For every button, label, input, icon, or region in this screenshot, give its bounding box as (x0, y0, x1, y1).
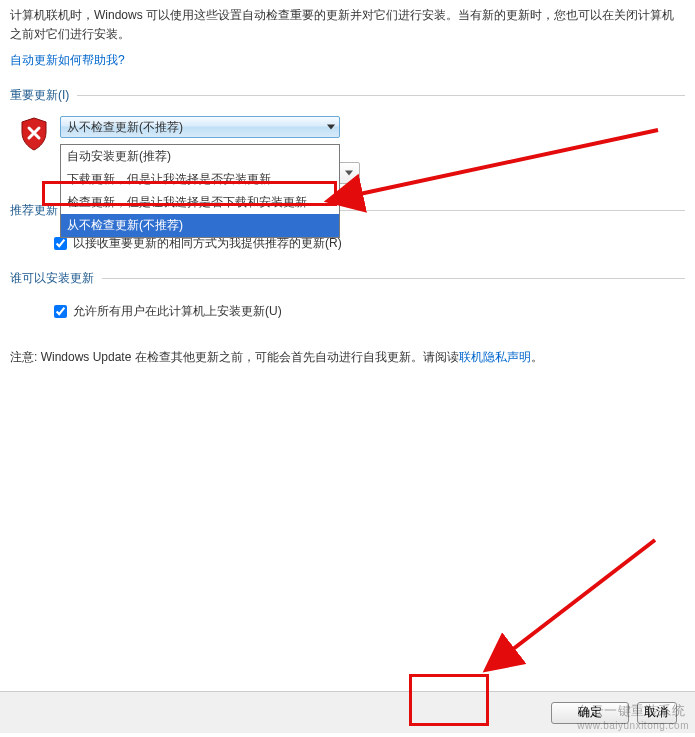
allow-users-checkbox-label: 允许所有用户在此计算机上安装更新(U) (73, 303, 282, 320)
dropdown-option[interactable]: 自动安装更新(推荐) (61, 145, 339, 168)
watermark: 白云一键重装系统 www.baiyunxitong.com (577, 702, 689, 731)
dropdown-option[interactable]: 下载更新，但是让我选择是否安装更新 (61, 168, 339, 191)
svg-line-1 (508, 540, 655, 653)
intro-paragraph: 计算机联机时，Windows 可以使用这些设置自动检查重要的更新并对它们进行安装… (10, 6, 685, 44)
important-legend: 重要更新(I) (10, 87, 77, 104)
recommended-checkbox[interactable] (54, 237, 67, 250)
allow-users-checkbox[interactable] (54, 305, 67, 318)
important-updates-group: 重要更新(I) 从不检查更新(不推荐) 自动安装更新(推荐) 下载更新，但是让我… (10, 87, 685, 184)
note-text: 注意: Windows Update 在检查其他更新之前，可能会首先自动进行自我… (10, 348, 685, 366)
privacy-link[interactable]: 联机隐私声明 (459, 350, 531, 364)
watermark-url: www.baiyunxitong.com (577, 720, 689, 731)
shield-icon (18, 116, 50, 152)
who-can-install-group: 谁可以安装更新 允许所有用户在此计算机上安装更新(U) (10, 270, 685, 320)
important-updates-combo[interactable]: 从不检查更新(不推荐) (60, 116, 340, 138)
note-suffix: 。 (531, 350, 543, 364)
note-prefix: 注意: Windows Update 在检查其他更新之前，可能会首先自动进行自我… (10, 350, 459, 364)
dropdown-option-selected[interactable]: 从不检查更新(不推荐) (61, 214, 339, 237)
who-legend: 谁可以安装更新 (10, 270, 102, 287)
help-link[interactable]: 自动更新如何帮助我? (10, 53, 125, 67)
combo-selected-text: 从不检查更新(不推荐) (67, 119, 183, 136)
watermark-title: 白云一键重装系统 (577, 703, 685, 718)
dropdown-option[interactable]: 检查更新，但是让我选择是否下载和安装更新 (61, 191, 339, 214)
chevron-down-icon (327, 125, 335, 130)
important-updates-dropdown: 自动安装更新(推荐) 下载更新，但是让我选择是否安装更新 检查更新，但是让我选择… (60, 144, 340, 238)
recommended-legend: 推荐更新 (10, 202, 66, 219)
